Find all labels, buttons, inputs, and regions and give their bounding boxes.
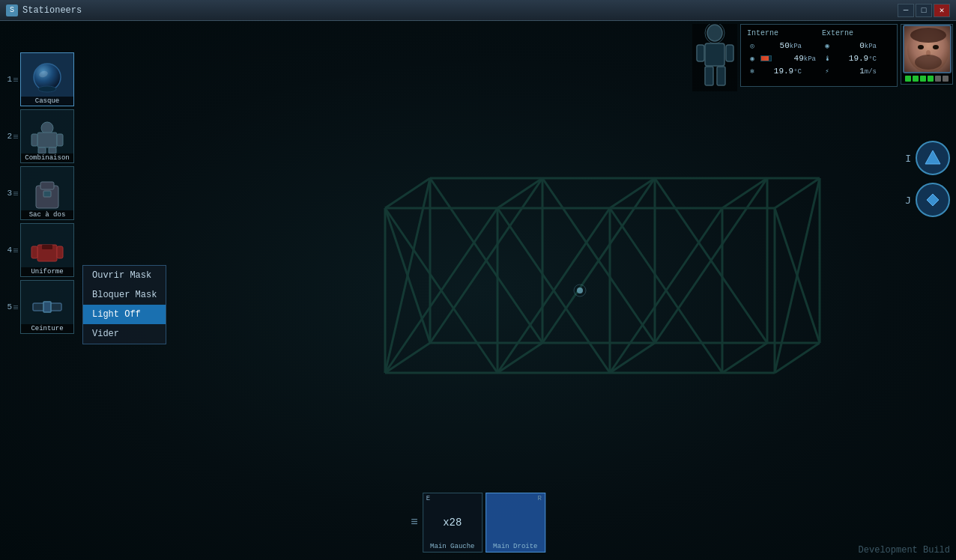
- right-slot-I[interactable]: I: [905, 141, 950, 175]
- pressure-icon-2: ◉: [747, 53, 757, 64]
- slot-label-sac: Sac à dos: [21, 210, 73, 219]
- slot-icon-casque[interactable]: Casque: [20, 52, 74, 106]
- slot-num-1: 1: [1, 75, 12, 84]
- inventory-slot-5[interactable]: 5 Ceinture: [0, 279, 81, 335]
- svg-line-23: [497, 178, 542, 208]
- interne-temp-value: 19.9°C: [760, 67, 802, 76]
- right-slot-I-icon[interactable]: [916, 141, 950, 175]
- window-controls: ─ □ ✕: [898, 4, 950, 17]
- externe-temp-value: 19.9°C: [835, 54, 877, 63]
- hotbar-drag-icon: ≡: [411, 516, 418, 529]
- svg-point-62: [915, 55, 942, 70]
- slot-num-5: 5: [1, 302, 12, 311]
- pressure2-bar: [760, 55, 772, 61]
- right-slot-J-label: J: [905, 195, 911, 206]
- status-dot-gray: [935, 76, 941, 82]
- right-slot-J-icon[interactable]: [916, 183, 950, 217]
- svg-point-60: [933, 45, 939, 49]
- slot-label-casque: Casque: [21, 97, 73, 106]
- svg-rect-70: [38, 147, 46, 153]
- hud-panel: Interne ◎ 50kPa ◉: [692, 24, 953, 91]
- right-slot-J[interactable]: J: [905, 183, 950, 217]
- svg-rect-73: [40, 182, 54, 189]
- slot-drag-1: [13, 78, 18, 82]
- hotbar-right-key: R: [537, 495, 541, 502]
- svg-line-30: [722, 343, 767, 373]
- ctx-ouvrir[interactable]: Ouvrir Mask: [83, 266, 166, 285]
- hotbar-right-label: Main Droite: [493, 543, 537, 550]
- context-menu: Ouvrir Mask Bloquer Mask Light Off Vider: [82, 265, 166, 344]
- svg-point-58: [910, 28, 946, 43]
- hotbar-left-key: E: [426, 495, 430, 502]
- maximize-button[interactable]: □: [916, 4, 932, 17]
- dev-build-label: Development Build: [859, 545, 950, 556]
- externe-pressure-value: 0kPa: [835, 41, 877, 50]
- avatar-status: [901, 73, 952, 84]
- interne-pressure1-line: ◎ 50kPa: [747, 40, 816, 51]
- svg-line-25: [722, 178, 767, 208]
- externe-temp-line: 🌡 19.9°C: [822, 53, 891, 64]
- svg-point-59: [918, 45, 924, 49]
- slot-icon-combinaison[interactable]: Combinaison: [20, 109, 74, 163]
- minimize-button[interactable]: ─: [898, 4, 914, 17]
- svg-rect-74: [43, 191, 51, 197]
- slot-drag-4: [13, 249, 18, 252]
- hotbar: ≡ E x28 Main Gauche R Main Droite: [411, 493, 545, 553]
- svg-point-50: [707, 25, 722, 41]
- hotbar-main-gauche[interactable]: E x28 Main Gauche: [423, 493, 482, 553]
- titlebar: S Stationeers ─ □ ✕: [0, 0, 956, 21]
- slot-icon-ceinture[interactable]: Ceinture: [20, 280, 74, 334]
- slot-label-combinaison: Combinaison: [21, 153, 73, 162]
- ctx-bloquer[interactable]: Bloquer Mask: [83, 285, 166, 305]
- inventory-slot-2[interactable]: 2 Combinaison: [0, 108, 81, 165]
- avatar-face: [903, 25, 952, 73]
- inventory-slot-3[interactable]: 3 Sac à dos: [0, 165, 81, 222]
- svg-rect-67: [37, 133, 57, 147]
- inventory-slot-4[interactable]: 4 Uniforme: [0, 222, 81, 279]
- app-title: Stationeers: [22, 5, 898, 16]
- ctx-vider[interactable]: Vider: [83, 324, 166, 344]
- status-dot-green2: [913, 76, 919, 82]
- pressure-icon-1: ◎: [747, 40, 757, 51]
- status-dot-gray2: [943, 76, 949, 82]
- svg-marker-82: [927, 194, 939, 206]
- hotbar-main-droite[interactable]: R Main Droite: [485, 493, 545, 553]
- right-slot-I-label: I: [905, 153, 911, 164]
- slot-icon-uniforme[interactable]: Uniforme: [20, 223, 74, 277]
- speed-line: ⚡ 1m/s: [822, 66, 891, 76]
- avatar-panel: [901, 24, 953, 85]
- externe-pressure-line: ◉ 0kPa: [822, 40, 891, 51]
- svg-rect-78: [42, 245, 52, 249]
- hotbar-left-label: Main Gauche: [430, 543, 474, 550]
- interne-pressure2-value: 49kPa: [775, 54, 816, 63]
- slot-label-uniforme: Uniforme: [21, 267, 73, 276]
- ext-temp-icon: 🌡: [822, 53, 832, 64]
- externe-label: Externe: [822, 29, 891, 37]
- right-action-slots: I J: [905, 141, 950, 217]
- status-dot-green4: [928, 76, 934, 82]
- interne-label: Interne: [747, 29, 816, 37]
- structure-view: [325, 148, 835, 433]
- ext-pressure-icon: ◉: [822, 40, 832, 51]
- inventory-slot-1[interactable]: 1 Casqu: [0, 51, 81, 108]
- svg-rect-52: [705, 43, 724, 66]
- svg-rect-54: [726, 45, 733, 61]
- inventory-panel: 1 Casqu: [0, 51, 81, 335]
- svg-line-24: [610, 178, 655, 208]
- slot-drag-5: [13, 305, 18, 309]
- close-button[interactable]: ✕: [934, 4, 950, 17]
- app-icon: S: [6, 4, 18, 16]
- slot-icon-sac[interactable]: Sac à dos: [20, 166, 74, 220]
- svg-line-29: [610, 343, 655, 373]
- slot-drag-3: [13, 192, 18, 195]
- ctx-light-off[interactable]: Light Off: [83, 305, 166, 324]
- slot-drag-2: [13, 135, 18, 139]
- svg-rect-77: [57, 246, 63, 258]
- svg-rect-80: [43, 302, 51, 312]
- svg-point-64: [38, 86, 56, 92]
- hotbar-left-count: x28: [443, 517, 462, 529]
- svg-rect-71: [49, 147, 56, 153]
- speed-value: 1m/s: [835, 67, 877, 76]
- svg-marker-81: [925, 150, 940, 164]
- status-dot-green: [905, 76, 911, 82]
